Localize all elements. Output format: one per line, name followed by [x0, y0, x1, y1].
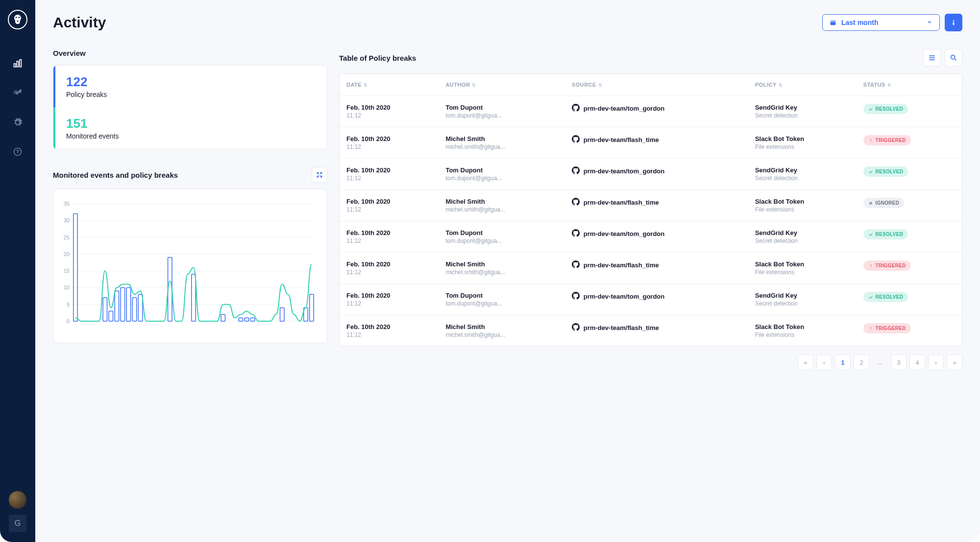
chevron-down-icon: [927, 19, 932, 26]
cell-author: Michel Smith: [445, 198, 558, 205]
cell-date: Feb. 10th 2020: [346, 260, 432, 268]
svg-rect-39: [310, 294, 314, 321]
page-title: Activity: [53, 14, 106, 31]
page-next[interactable]: ›: [928, 354, 944, 370]
svg-rect-36: [250, 318, 254, 321]
th-author[interactable]: AUTHOR⇅: [439, 74, 564, 96]
svg-rect-31: [168, 258, 172, 321]
svg-text:10: 10: [64, 284, 70, 290]
stat-monitored-events-value: 151: [66, 116, 316, 131]
cell-author: Michel Smith: [445, 260, 558, 268]
page-ellipsis: ...: [872, 354, 888, 370]
cell-author: Tom Dupont: [445, 292, 558, 299]
table-row[interactable]: Feb. 10th 202011:12 Michel Smithmichel.s…: [340, 190, 962, 221]
cell-date: Feb. 10th 2020: [346, 323, 432, 330]
status-badge: TRIGGERED: [863, 135, 911, 145]
org-avatar[interactable]: G: [9, 515, 26, 532]
pagination: «‹12...34›»: [339, 354, 962, 370]
nav-keys[interactable]: [9, 84, 26, 102]
status-badge: TRIGGERED: [863, 323, 911, 333]
github-icon: [572, 323, 580, 332]
stat-policy-breaks: 122 Policy breaks: [53, 66, 327, 107]
cell-policy: SendGrid Key: [755, 104, 850, 111]
github-icon: [572, 166, 580, 176]
svg-rect-34: [239, 318, 243, 321]
cell-email: michel.smith@gitgua...: [445, 143, 558, 150]
stat-policy-breaks-label: Policy breaks: [66, 91, 316, 98]
expand-icon: [316, 171, 323, 178]
table-row[interactable]: Feb. 10th 202011:12 Michel Smithmichel.s…: [340, 127, 962, 159]
status-badge: RESOLVED: [863, 104, 908, 114]
table-row[interactable]: Feb. 10th 202011:12 Michel Smithmichel.s…: [340, 315, 962, 347]
github-icon: [572, 198, 580, 207]
overview-title: Overview: [53, 49, 327, 57]
cell-policy-sub: Secret detection: [755, 175, 850, 182]
github-icon: [572, 260, 580, 270]
info-button[interactable]: [945, 14, 962, 31]
cell-date: Feb. 10th 2020: [346, 135, 432, 142]
svg-rect-23: [74, 214, 77, 321]
th-date[interactable]: DATE⇅: [340, 74, 439, 96]
user-avatar[interactable]: [9, 491, 26, 509]
svg-rect-2: [20, 60, 21, 67]
svg-rect-25: [109, 311, 113, 321]
table-row[interactable]: Feb. 10th 202011:12 Tom Duponttom.dupont…: [340, 284, 962, 315]
table-search-button[interactable]: [945, 49, 962, 67]
cell-date: Feb. 10th 2020: [346, 198, 432, 205]
svg-text:15: 15: [64, 268, 70, 274]
nav-help[interactable]: [9, 143, 26, 161]
page-prev[interactable]: ‹: [816, 354, 832, 370]
nav-settings[interactable]: [9, 114, 26, 131]
cell-policy-sub: Secret detection: [755, 112, 850, 119]
page-3[interactable]: 3: [891, 354, 906, 370]
page-last[interactable]: »: [947, 354, 962, 370]
expand-chart-button[interactable]: [312, 167, 327, 183]
svg-rect-37: [280, 308, 284, 321]
logo-icon: [8, 10, 27, 29]
cell-date: Feb. 10th 2020: [346, 292, 432, 299]
cell-email: tom.dupont@gitgua...: [445, 175, 558, 182]
policy-breaks-table: DATE⇅ AUTHOR⇅ SOURCE⇅ POLICY⇅ STATUS⇅ Fe…: [340, 74, 962, 346]
sort-icon: ⇅: [472, 83, 476, 88]
svg-rect-6: [953, 22, 955, 25]
date-range-select[interactable]: Last month: [822, 14, 940, 31]
sort-icon: ⇅: [364, 83, 368, 88]
table-row[interactable]: Feb. 10th 202011:12 Tom Duponttom.dupont…: [340, 159, 962, 190]
status-badge: RESOLVED: [863, 166, 908, 177]
page-first[interactable]: «: [798, 354, 813, 370]
page-1[interactable]: 1: [835, 354, 851, 370]
chart-title: Monitored events and policy breaks: [53, 171, 178, 179]
cell-policy: SendGrid Key: [755, 229, 850, 236]
table-row[interactable]: Feb. 10th 202011:12 Tom Duponttom.dupont…: [340, 96, 962, 127]
cell-email: tom.dupont@gitgua...: [445, 300, 558, 307]
cell-policy-sub: File extensions: [755, 143, 850, 150]
th-status[interactable]: STATUS⇅: [857, 74, 962, 96]
th-policy[interactable]: POLICY⇅: [748, 74, 857, 96]
nav-activity[interactable]: [9, 55, 26, 72]
github-icon: [572, 104, 580, 113]
sidebar: G: [0, 0, 35, 542]
svg-text:5: 5: [67, 302, 70, 307]
cell-email: tom.dupont@gitgua...: [445, 112, 558, 119]
table-row[interactable]: Feb. 10th 202011:12 Tom Duponttom.dupont…: [340, 221, 962, 253]
cell-policy: SendGrid Key: [755, 292, 850, 299]
table-row[interactable]: Feb. 10th 202011:12 Michel Smithmichel.s…: [340, 253, 962, 284]
cell-source: prm-dev-team/tom_gordon: [572, 229, 741, 238]
svg-rect-32: [192, 274, 196, 321]
page-2[interactable]: 2: [854, 354, 869, 370]
svg-text:35: 35: [64, 201, 70, 207]
stat-policy-breaks-value: 122: [66, 74, 316, 90]
sort-icon: ⇅: [598, 83, 603, 88]
cell-source: prm-dev-team/tom_gordon: [572, 292, 741, 301]
cell-email: tom.dupont@gitgua...: [445, 237, 558, 244]
cell-date: Feb. 10th 2020: [346, 104, 432, 111]
table-options-button[interactable]: [923, 49, 941, 67]
page-4[interactable]: 4: [909, 354, 925, 370]
table-title: Table of Policy breaks: [339, 54, 416, 62]
github-icon: [572, 229, 580, 238]
sort-icon: ⇅: [779, 83, 783, 88]
th-source[interactable]: SOURCE⇅: [565, 74, 748, 96]
cell-time: 11:12: [346, 175, 432, 182]
svg-rect-30: [138, 294, 142, 321]
svg-text:30: 30: [64, 217, 70, 223]
